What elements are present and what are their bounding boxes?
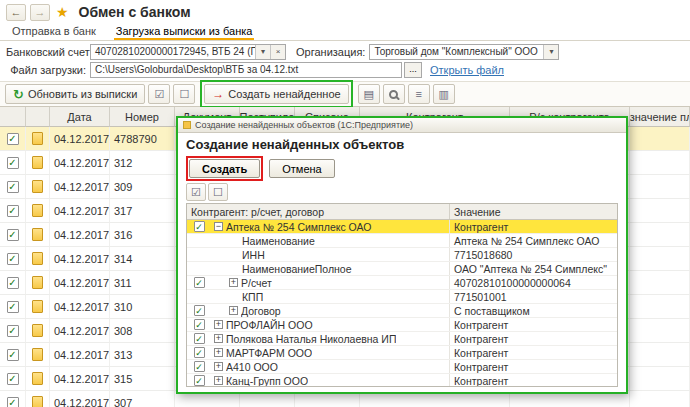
pick-document-button[interactable]: ▤	[358, 84, 380, 104]
dialog-row-value: Контрагент	[449, 332, 617, 345]
tab-send-to-bank[interactable]: Отправка в банк	[10, 24, 98, 40]
row-empty-cell	[630, 295, 690, 319]
document-icon	[26, 295, 50, 319]
col-header-date[interactable]: Дата	[50, 107, 110, 127]
row-checkbox[interactable]: ✓	[0, 247, 26, 271]
dialog-col-header-counterparty[interactable]: Контрагент: р/счет, договор	[187, 206, 449, 218]
create-not-found-button[interactable]: → Создать ненайденное	[204, 84, 348, 104]
document-icon	[26, 367, 50, 391]
col-header-number[interactable]: Номер	[110, 107, 175, 127]
dialog-row-checkbox[interactable]: ✓	[187, 375, 211, 386]
dialog-row-checkbox[interactable]: ✓	[187, 347, 211, 358]
dialog-table-row[interactable]: НаименованиеПолноеОАО "Аптека № 254 Симп…	[187, 262, 617, 276]
more-actions-button[interactable]: ▥	[433, 84, 455, 104]
header-icon-col	[26, 107, 50, 127]
bank-account-dropdown-icon[interactable]: ▾	[255, 45, 270, 59]
dialog-table-row[interactable]: ✓+Полякова Наталья Николаевна ИПКонтраге…	[187, 332, 617, 346]
expand-icon[interactable]: +	[214, 334, 223, 343]
row-empty-cell	[630, 175, 690, 199]
expand-icon[interactable]: +	[214, 362, 223, 371]
row-checkbox[interactable]: ✓	[0, 367, 26, 391]
row-checkbox[interactable]: ✓	[0, 343, 26, 367]
expand-icon[interactable]: +	[214, 376, 223, 385]
dialog-row-checkbox[interactable]: ✓	[187, 221, 211, 232]
row-checkbox[interactable]: ✓	[0, 199, 26, 223]
row-checkbox[interactable]: ✓	[0, 151, 26, 175]
tab-load-statement[interactable]: Загрузка выписки из банка	[114, 24, 255, 40]
favorite-star-icon[interactable]: ★	[56, 4, 69, 20]
dialog-set-flags-button[interactable]: ☑	[186, 183, 206, 201]
file-path-input[interactable]: C:\Users\Goloburda\Desktop\ВТБ за 04.12.…	[90, 62, 402, 78]
dialog-table-row[interactable]: ✓+А410 ОООКонтрагент	[187, 360, 617, 374]
dialog-create-button[interactable]: Создать	[189, 159, 260, 178]
expand-icon[interactable]: +	[229, 278, 238, 287]
dialog-window-title: Создание ненайденных объектов (1С:Предпр…	[195, 120, 413, 130]
row-empty-cell	[630, 367, 690, 391]
dialog-row-checkbox[interactable]: ✓	[187, 319, 211, 330]
dialog-row-value: Контрагент	[449, 220, 617, 233]
row-checkbox[interactable]: ✓	[0, 127, 26, 151]
dialog-table-row[interactable]: ИНН7715018680	[187, 248, 617, 262]
dialog-row-value: С поставщиком	[449, 304, 617, 317]
row-number: 307	[110, 391, 175, 407]
dialog-clear-flags-button[interactable]: ☐	[208, 183, 228, 201]
dialog-row-checkbox[interactable]: ✓	[187, 333, 211, 344]
dialog-row-checkbox[interactable]: ✓	[187, 361, 211, 372]
forward-button[interactable]: →	[30, 4, 50, 21]
mark-all-button[interactable]: ☑	[148, 84, 170, 104]
row-checkbox[interactable]: ✓	[0, 319, 26, 343]
dialog-cancel-button[interactable]: Отмена	[269, 159, 334, 178]
expand-icon[interactable]: +	[214, 348, 223, 357]
collapse-icon[interactable]: −	[214, 222, 223, 231]
open-file-link[interactable]: Открыть файл	[430, 64, 504, 76]
bank-account-clear-icon[interactable]: ×	[270, 45, 285, 59]
unmark-all-button[interactable]: ☐	[173, 84, 195, 104]
toolbar: ↻ Обновить из выписки ☑ ☐ → Создать нена…	[0, 81, 690, 107]
dialog-table-row[interactable]: ✓−Аптека № 254 Симплекс ОАОКонтрагент	[187, 220, 617, 234]
find-button[interactable]	[383, 84, 405, 104]
row-checkbox[interactable]: ✓	[0, 271, 26, 295]
organization-dropdown-icon[interactable]: ▾	[543, 45, 558, 59]
dialog-table-header: Контрагент: р/счет, договор Значение	[187, 204, 617, 220]
dialog-row-checkbox[interactable]: ✓	[187, 277, 211, 288]
dialog-heading: Создание ненайденных объектов	[186, 137, 618, 152]
dialog-row-value: Контрагент	[449, 374, 617, 387]
dialog-titlebar[interactable]: Создание ненайденных объектов (1С:Предпр…	[178, 118, 626, 133]
dialog-buttons: Создать Отмена	[186, 156, 618, 181]
row-checkbox[interactable]: ✓	[0, 295, 26, 319]
window-header: ← → ★ Обмен с банком	[0, 0, 690, 24]
dialog-table-row[interactable]: ✓+ДоговорС поставщиком	[187, 304, 617, 318]
dialog-row-checkbox[interactable]: ✓	[187, 305, 211, 316]
dialog-table-row[interactable]: НаименованиеАптека № 254 Симплекс ОАО	[187, 234, 617, 248]
back-button[interactable]: ←	[6, 4, 26, 21]
expand-icon[interactable]: +	[229, 306, 238, 315]
row-checkbox[interactable]: ✓	[0, 391, 26, 407]
dialog-table-row[interactable]: ✓+ПРОФЛАЙН ОООКонтрагент	[187, 318, 617, 332]
refresh-from-statement-button[interactable]: ↻ Обновить из выписки	[5, 84, 145, 104]
dialog-table-row[interactable]: ✓+МАРТФАРМ ОООКонтрагент	[187, 346, 617, 360]
row-date: 04.12.2017	[50, 367, 110, 391]
row-checkbox[interactable]: ✓	[0, 175, 26, 199]
list-settings-button[interactable]: ≡	[408, 84, 430, 104]
dialog-col-header-value[interactable]: Значение	[449, 204, 617, 219]
file-path-value: C:\Users\Goloburda\Desktop\ВТБ за 04.12.…	[91, 64, 401, 75]
bank-account-field[interactable]: 40702810200000172945, ВТБ 24 (ПАО) ▾ ×	[90, 44, 286, 60]
dialog-row-label: ИНН	[211, 249, 449, 261]
bank-account-value: 40702810200000172945, ВТБ 24 (ПАО)	[91, 46, 255, 57]
browse-button[interactable]: ...	[404, 62, 422, 78]
col-header-payment-purpose[interactable]: Назначение плат	[630, 107, 690, 127]
dialog-table-row[interactable]: ✓+Р/счет40702810100000000064	[187, 276, 617, 290]
dialog-row-label: НаименованиеПолное	[211, 263, 449, 275]
clear-all-flags-icon: ☐	[213, 187, 223, 198]
dialog-table-row[interactable]: КПП771501001	[187, 290, 617, 304]
row-checkbox[interactable]: ✓	[0, 223, 26, 247]
1c-app-icon	[183, 121, 191, 129]
organization-value: Торговый дом "Комплексный" ООО	[370, 46, 543, 57]
dialog-row-value: ОАО "Аптека № 254 Симплекс"	[449, 262, 617, 275]
row-empty-cell	[630, 319, 690, 343]
refresh-button-label: Обновить из выписки	[28, 88, 137, 100]
document-icon	[26, 391, 50, 407]
organization-field[interactable]: Торговый дом "Комплексный" ООО ▾	[369, 44, 559, 60]
expand-icon[interactable]: +	[214, 320, 223, 329]
dialog-table-row[interactable]: ✓+Канц-Групп ОООКонтрагент	[187, 374, 617, 387]
